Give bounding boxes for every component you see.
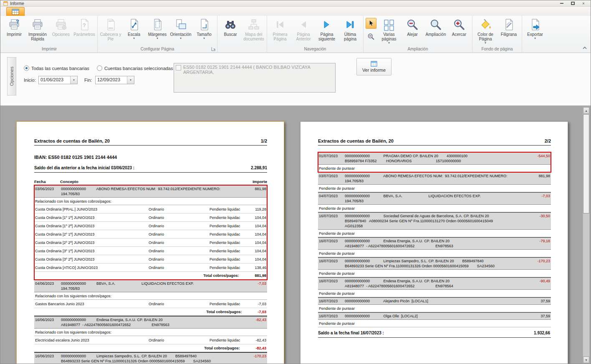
end-date-picker[interactable]: 12/09/2023 ▾ bbox=[95, 76, 134, 84]
scrollbar-thumb[interactable] bbox=[583, 114, 589, 213]
detail-type: Ordinario bbox=[149, 302, 210, 306]
dialog-launcher-icon[interactable] bbox=[211, 47, 216, 52]
previous-page-button[interactable]: Página Anterior bbox=[292, 17, 315, 45]
report-page2-body: 01/07/2023000000000000 PRAGMA DEMO CP. B… bbox=[318, 152, 551, 338]
next-page-button[interactable]: Página siguiente bbox=[315, 17, 338, 45]
scale-label: Escala bbox=[128, 32, 140, 37]
margins-button[interactable]: Márgenes ▾ bbox=[146, 17, 169, 45]
view-report-label: Ver informe bbox=[362, 68, 386, 73]
detail-amount: 104,04 bbox=[253, 216, 267, 220]
movement-main-row: 16/06/2023000000000000 Endesa Energia, S… bbox=[34, 316, 267, 329]
detail-name: Cuota Ordinaria [2º 2ª] JUNIO/2023 bbox=[35, 241, 149, 245]
app-icon bbox=[3, 1, 8, 6]
window-title: Informe bbox=[10, 1, 24, 6]
multiple-pages-icon bbox=[382, 18, 396, 31]
ribbon-group-fondo: Color de Página ▾ Filigrana Fondo de pág… bbox=[472, 16, 522, 53]
detail-name: Cuota Ordinaria [1º 2ª] JUNIO/2023 bbox=[35, 224, 149, 228]
zoom-in-button[interactable]: Acercar bbox=[447, 17, 471, 45]
document-map-button[interactable]: Mapa del documento bbox=[242, 17, 265, 45]
dropdown-arrow-icon: ▾ bbox=[388, 41, 390, 44]
parameters-button[interactable]: ? Parámetros bbox=[73, 17, 96, 45]
movement-date: 16/06/2023 bbox=[35, 317, 61, 327]
maximize-button[interactable] bbox=[567, 1, 578, 6]
scroll-up-button[interactable]: ▲ bbox=[583, 107, 589, 114]
movement-concept-line: 000000000000 ABONO REMESA EFECTOS NUM: 9… bbox=[345, 173, 523, 178]
file-menu-button[interactable] bbox=[6, 7, 25, 16]
pointer-tool-button[interactable] bbox=[366, 18, 376, 29]
table-header-row: Fecha Concepto Importe bbox=[34, 179, 267, 185]
page-size-button[interactable]: Tamaño ▾ bbox=[192, 17, 216, 45]
quick-print-button[interactable]: Impresión Rápida bbox=[26, 17, 49, 45]
detail-row: Cuota Ordinaria [3º 2ª] JUNIO/2023Ordina… bbox=[34, 255, 267, 264]
next-page-label: Página siguiente bbox=[316, 32, 338, 41]
movement-concept-lines: 000000000000 BBVA, S.A. LIQUIDACION EFEC… bbox=[61, 281, 240, 291]
movement-amount: -79,18 bbox=[523, 238, 550, 249]
zoom-out-button[interactable]: Alejar bbox=[401, 17, 424, 45]
bank-accounts-listbox[interactable]: ES50 0182 0125 1901 2144 4444 ( BANCO BI… bbox=[174, 63, 336, 93]
movement-amount: 37,59 bbox=[523, 314, 550, 319]
options-side-tab[interactable]: Opciones bbox=[7, 57, 16, 95]
ribbon: ? Imprimir Impresión Rápida Opciones bbox=[0, 16, 591, 53]
start-date-dropdown-button[interactable]: ▾ bbox=[70, 76, 77, 84]
minimize-button[interactable] bbox=[556, 1, 567, 6]
group-label-configurar: Configurar Página bbox=[99, 47, 216, 53]
movement-amount: -170,23 bbox=[240, 354, 266, 364]
watermark-button[interactable]: Filigrana bbox=[497, 17, 520, 45]
detail-amount: -7,03 bbox=[253, 302, 267, 306]
svg-text:?: ? bbox=[83, 22, 86, 28]
header-footer-button[interactable]: Cabecera y Pie bbox=[99, 17, 122, 45]
scale-button[interactable]: Escala ▾ bbox=[122, 17, 146, 45]
zoom-button[interactable]: Ampliación bbox=[424, 17, 447, 45]
paint-bucket-icon bbox=[479, 18, 492, 31]
movement-block: 03/07/2023000000000000 ABONO REMESA EFEC… bbox=[318, 172, 551, 192]
informe-window: Informe × ? Imp bbox=[0, 0, 591, 364]
detail-amount: 104,04 bbox=[253, 224, 267, 228]
watermark-label: Filigrana bbox=[501, 32, 517, 37]
radio-selected-accounts[interactable]: Cuentas bancarias seleccionadas bbox=[97, 65, 173, 71]
print-options-button[interactable]: Opciones bbox=[49, 17, 73, 45]
vertical-scrollbar[interactable]: ▲ ▼ bbox=[583, 107, 590, 364]
movement-concept-line: 000000000000 BBVA, S.A. LIQUIDACION EFEC… bbox=[345, 193, 523, 198]
view-report-button[interactable]: Ver informe bbox=[356, 58, 391, 75]
movement-concept-lines: 000000000000 Endesa Energia, S.A.U. CP. … bbox=[345, 279, 523, 289]
related-payments-label: Relacionado con los siguientes cobros/pa… bbox=[34, 198, 267, 205]
report-header: Extractos de cuentas de Bailén, 20 2/2 bbox=[318, 138, 551, 146]
scroll-down-button[interactable]: ▼ bbox=[583, 356, 589, 363]
print-button[interactable]: ? Imprimir bbox=[3, 17, 26, 45]
pending-note-label: Pendiente de puntear bbox=[318, 230, 551, 237]
orientation-button[interactable]: Orientación ▾ bbox=[169, 17, 192, 45]
movement-concept-lines: 000000000000 BBVA, S.A. LIQUIDACION EFEC… bbox=[345, 193, 523, 203]
ribbon-group-imprimir: ? Imprimir Impresión Rápida Opciones bbox=[1, 16, 98, 53]
collapse-ribbon-button[interactable] bbox=[581, 45, 588, 51]
export-icon bbox=[528, 18, 542, 31]
first-page-button[interactable]: Primera Página bbox=[268, 17, 292, 45]
close-button[interactable]: × bbox=[578, 1, 589, 6]
page-color-button[interactable]: Color de Página ▾ bbox=[474, 17, 497, 45]
zoom-tool-button[interactable] bbox=[366, 31, 376, 42]
detail-amount: 104,04 bbox=[253, 232, 267, 236]
detail-type: Ordinario bbox=[149, 207, 210, 211]
end-date-dropdown-button[interactable]: ▾ bbox=[127, 76, 134, 84]
movement-concept-line: A81948077 - A622478005601600472652 EN978… bbox=[61, 322, 240, 327]
find-button[interactable]: Buscar bbox=[219, 17, 242, 45]
quick-print-label: Impresión Rápida bbox=[26, 32, 49, 41]
watermark-icon bbox=[502, 18, 515, 31]
detail-name: Electricidad escalera Junio 2023 bbox=[35, 338, 149, 342]
last-page-button[interactable]: Última página bbox=[338, 17, 362, 45]
ribbon-group-buscar: Buscar Mapa del documento bbox=[217, 16, 267, 53]
detail-status: Pendiente liquidac bbox=[210, 224, 253, 228]
movement-amount: 881,98 bbox=[240, 186, 266, 196]
pending-note-label: Pendiente de puntear bbox=[318, 290, 551, 297]
start-date-picker[interactable]: 01/06/2023 ▾ bbox=[38, 76, 78, 84]
bank-account-item[interactable]: ES50 0182 0125 1901 2144 4444 ( BANCO BI… bbox=[176, 65, 333, 75]
movement-concept-lines: 000000000000 Alejandro Picón [LOCAL1] bbox=[345, 299, 523, 304]
total-row: Total cobros/pagos:-82,43 bbox=[34, 344, 267, 352]
detail-row: Cuota Ordinaria [ATICO] JUNIO/2023Ordina… bbox=[34, 264, 267, 272]
export-button[interactable]: Exportar ▾ bbox=[523, 17, 547, 45]
radio-all-accounts[interactable]: Todas las cuentas bancarias bbox=[24, 65, 89, 71]
multiple-pages-button[interactable]: Varias páginas ▾ bbox=[377, 17, 401, 45]
movement-concept-line: 000000000000 Sociedad General de Aguas d… bbox=[345, 213, 523, 218]
radio-button-icon bbox=[97, 65, 102, 71]
pending-note-label: Pendiente de puntear bbox=[318, 205, 551, 212]
movement-concept-line: 000000000000 Olga Olle [LOCAL2] bbox=[345, 314, 523, 319]
